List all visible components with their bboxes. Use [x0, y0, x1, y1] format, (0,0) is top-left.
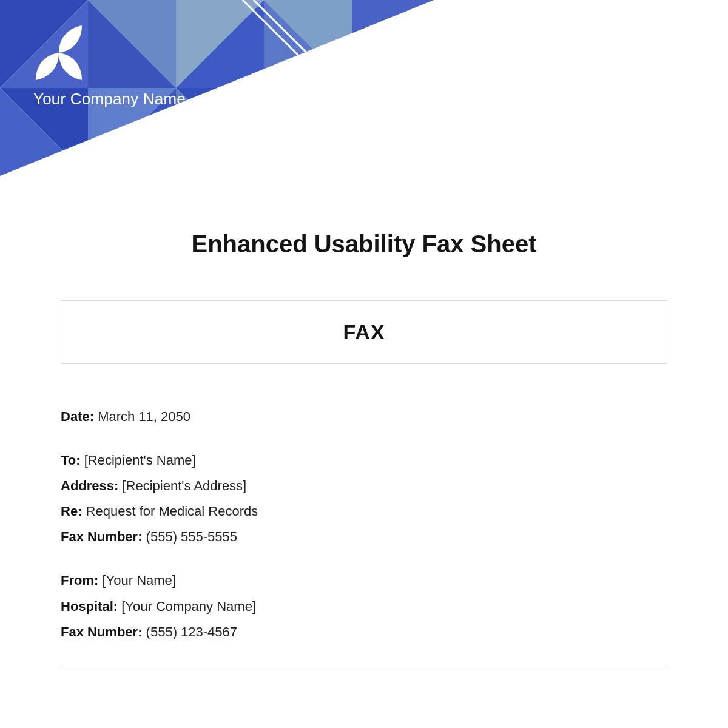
date-group: Date: March 11, 2050	[61, 406, 667, 427]
svg-marker-17	[264, 88, 352, 176]
company-name: Your Company Name	[33, 90, 186, 109]
fax-heading: FAX	[343, 320, 385, 343]
from-value: [Your Name]	[102, 573, 175, 588]
field-re: Re: Request for Medical Records	[61, 501, 667, 522]
to-value: [Recipient's Name]	[84, 453, 196, 468]
field-hospital: Hospital: [Your Company Name]	[61, 596, 667, 617]
from-fax-value: (555) 123-4567	[146, 624, 237, 639]
to-label: To:	[61, 453, 81, 468]
re-value: Request for Medical Records	[86, 504, 258, 519]
svg-marker-16	[176, 88, 264, 176]
date-value: March 11, 2050	[98, 409, 190, 424]
document-body: Enhanced Usability Fax Sheet FAX Date: M…	[0, 176, 728, 666]
address-label: Address:	[61, 478, 118, 493]
from-group: From: [Your Name] Hospital: [Your Compan…	[61, 570, 667, 642]
field-address: Address: [Recipient's Address]	[61, 476, 667, 496]
field-from-fax: Fax Number: (555) 123-4567	[61, 622, 667, 642]
leaf-logo-icon	[33, 24, 84, 81]
field-from: From: [Your Name]	[61, 570, 667, 591]
from-fax-label: Fax Number:	[61, 624, 142, 639]
section-divider	[61, 666, 667, 666]
svg-marker-18	[264, 88, 352, 176]
to-fax-value: (555) 555-5555	[146, 529, 237, 544]
fax-fields: Date: March 11, 2050 To: [Recipient's Na…	[61, 406, 667, 666]
to-group: To: [Recipient's Name] Address: [Recipie…	[61, 450, 667, 547]
from-label: From:	[61, 573, 98, 588]
fax-heading-box: FAX	[61, 300, 667, 364]
address-value: [Recipient's Address]	[122, 478, 246, 493]
to-fax-label: Fax Number:	[61, 529, 142, 544]
document-title: Enhanced Usability Fax Sheet	[61, 231, 667, 258]
hospital-value: [Your Company Name]	[121, 599, 256, 614]
svg-marker-19	[352, 88, 440, 176]
date-label: Date:	[61, 409, 94, 424]
field-date: Date: March 11, 2050	[61, 406, 667, 427]
hospital-label: Hospital:	[61, 599, 118, 614]
svg-marker-15	[176, 88, 264, 176]
field-to-fax: Fax Number: (555) 555-5555	[61, 527, 667, 547]
svg-marker-9	[352, 0, 440, 88]
re-label: Re:	[61, 504, 82, 519]
company-logo-block: Your Company Name	[33, 24, 186, 109]
document-header: Your Company Name	[0, 0, 728, 176]
svg-marker-20	[352, 88, 440, 176]
field-to: To: [Recipient's Name]	[61, 450, 667, 471]
